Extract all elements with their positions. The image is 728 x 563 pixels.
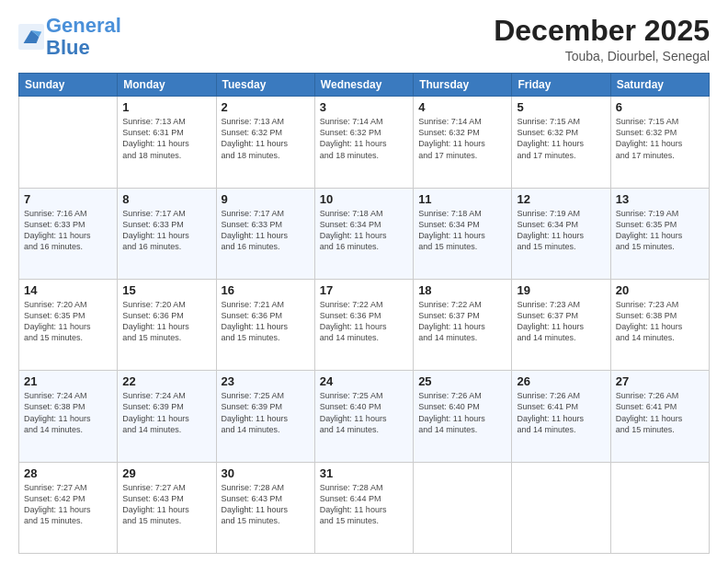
day-number: 4	[418, 100, 506, 114]
table-row: 7Sunrise: 7:16 AM Sunset: 6:33 PM Daylig…	[19, 188, 118, 279]
day-number: 28	[24, 466, 112, 480]
table-row: 14Sunrise: 7:20 AM Sunset: 6:35 PM Dayli…	[19, 279, 118, 370]
col-friday: Friday	[512, 74, 610, 97]
day-info: Sunrise: 7:18 AM Sunset: 6:34 PM Dayligh…	[320, 208, 408, 253]
day-info: Sunrise: 7:17 AM Sunset: 6:33 PM Dayligh…	[222, 208, 310, 253]
table-row: 28Sunrise: 7:27 AM Sunset: 6:42 PM Dayli…	[19, 462, 118, 553]
day-number: 6	[616, 100, 704, 114]
day-info: Sunrise: 7:27 AM Sunset: 6:42 PM Dayligh…	[24, 482, 112, 527]
calendar-week-row: 14Sunrise: 7:20 AM Sunset: 6:35 PM Dayli…	[19, 279, 710, 370]
day-number: 8	[122, 192, 210, 206]
table-row	[19, 97, 118, 188]
table-row: 8Sunrise: 7:17 AM Sunset: 6:33 PM Daylig…	[118, 188, 216, 279]
table-row: 5Sunrise: 7:15 AM Sunset: 6:32 PM Daylig…	[512, 97, 610, 188]
day-number: 15	[122, 283, 210, 297]
table-row: 10Sunrise: 7:18 AM Sunset: 6:34 PM Dayli…	[314, 188, 413, 279]
day-number: 29	[122, 466, 210, 480]
calendar-table: Sunday Monday Tuesday Wednesday Thursday…	[18, 73, 710, 554]
day-info: Sunrise: 7:18 AM Sunset: 6:34 PM Dayligh…	[418, 208, 506, 253]
calendar-week-row: 7Sunrise: 7:16 AM Sunset: 6:33 PM Daylig…	[19, 188, 710, 279]
day-number: 19	[517, 283, 605, 297]
table-row: 15Sunrise: 7:20 AM Sunset: 6:36 PM Dayli…	[118, 279, 216, 370]
calendar-subtitle: Touba, Diourbel, Senegal	[494, 49, 710, 63]
day-number: 24	[320, 374, 408, 388]
logo: General Blue	[18, 15, 121, 59]
day-number: 11	[418, 192, 506, 206]
col-wednesday: Wednesday	[314, 74, 413, 97]
day-number: 18	[418, 283, 506, 297]
day-info: Sunrise: 7:23 AM Sunset: 6:37 PM Dayligh…	[517, 299, 605, 344]
table-row: 3Sunrise: 7:14 AM Sunset: 6:32 PM Daylig…	[314, 97, 413, 188]
table-row: 22Sunrise: 7:24 AM Sunset: 6:39 PM Dayli…	[118, 371, 216, 462]
day-info: Sunrise: 7:13 AM Sunset: 6:32 PM Dayligh…	[222, 116, 310, 161]
page: General Blue December 2025 Touba, Diourb…	[0, 0, 728, 563]
day-info: Sunrise: 7:15 AM Sunset: 6:32 PM Dayligh…	[616, 116, 704, 161]
day-info: Sunrise: 7:26 AM Sunset: 6:41 PM Dayligh…	[616, 390, 704, 435]
day-number: 13	[616, 192, 704, 206]
day-info: Sunrise: 7:16 AM Sunset: 6:33 PM Dayligh…	[24, 208, 112, 253]
day-info: Sunrise: 7:19 AM Sunset: 6:35 PM Dayligh…	[616, 208, 704, 253]
header-row: Sunday Monday Tuesday Wednesday Thursday…	[19, 74, 710, 97]
calendar-week-row: 28Sunrise: 7:27 AM Sunset: 6:42 PM Dayli…	[19, 462, 710, 553]
day-info: Sunrise: 7:20 AM Sunset: 6:36 PM Dayligh…	[122, 299, 210, 344]
day-number: 30	[222, 466, 310, 480]
title-block: December 2025 Touba, Diourbel, Senegal	[494, 15, 710, 63]
table-row: 6Sunrise: 7:15 AM Sunset: 6:32 PM Daylig…	[610, 97, 709, 188]
day-number: 25	[418, 374, 506, 388]
table-row: 16Sunrise: 7:21 AM Sunset: 6:36 PM Dayli…	[216, 279, 314, 370]
day-info: Sunrise: 7:17 AM Sunset: 6:33 PM Dayligh…	[122, 208, 210, 253]
day-info: Sunrise: 7:13 AM Sunset: 6:31 PM Dayligh…	[122, 116, 210, 161]
col-tuesday: Tuesday	[216, 74, 314, 97]
table-row	[414, 462, 512, 553]
table-row	[512, 462, 610, 553]
day-info: Sunrise: 7:25 AM Sunset: 6:40 PM Dayligh…	[320, 390, 408, 435]
day-number: 31	[320, 466, 408, 480]
table-row: 30Sunrise: 7:28 AM Sunset: 6:43 PM Dayli…	[216, 462, 314, 553]
day-number: 3	[320, 100, 408, 114]
calendar-week-row: 1Sunrise: 7:13 AM Sunset: 6:31 PM Daylig…	[19, 97, 710, 188]
col-sunday: Sunday	[19, 74, 118, 97]
day-info: Sunrise: 7:20 AM Sunset: 6:35 PM Dayligh…	[24, 299, 112, 344]
logo-line1: General	[46, 14, 121, 37]
table-row: 21Sunrise: 7:24 AM Sunset: 6:38 PM Dayli…	[19, 371, 118, 462]
day-info: Sunrise: 7:26 AM Sunset: 6:40 PM Dayligh…	[418, 390, 506, 435]
table-row: 1Sunrise: 7:13 AM Sunset: 6:31 PM Daylig…	[118, 97, 216, 188]
day-number: 21	[24, 374, 112, 388]
day-info: Sunrise: 7:15 AM Sunset: 6:32 PM Dayligh…	[517, 116, 605, 161]
day-number: 9	[222, 192, 310, 206]
day-number: 10	[320, 192, 408, 206]
day-number: 17	[320, 283, 408, 297]
day-info: Sunrise: 7:21 AM Sunset: 6:36 PM Dayligh…	[222, 299, 310, 344]
header: General Blue December 2025 Touba, Diourb…	[18, 15, 710, 63]
day-info: Sunrise: 7:22 AM Sunset: 6:37 PM Dayligh…	[418, 299, 506, 344]
table-row: 9Sunrise: 7:17 AM Sunset: 6:33 PM Daylig…	[216, 188, 314, 279]
table-row: 26Sunrise: 7:26 AM Sunset: 6:41 PM Dayli…	[512, 371, 610, 462]
col-thursday: Thursday	[414, 74, 512, 97]
generalblue-icon	[18, 24, 44, 50]
day-number: 27	[616, 374, 704, 388]
table-row: 17Sunrise: 7:22 AM Sunset: 6:36 PM Dayli…	[314, 279, 413, 370]
logo-line2: Blue	[46, 36, 90, 59]
day-number: 22	[122, 374, 210, 388]
day-number: 7	[24, 192, 112, 206]
day-number: 16	[222, 283, 310, 297]
table-row: 12Sunrise: 7:19 AM Sunset: 6:34 PM Dayli…	[512, 188, 610, 279]
day-number: 20	[616, 283, 704, 297]
day-number: 2	[222, 100, 310, 114]
table-row: 23Sunrise: 7:25 AM Sunset: 6:39 PM Dayli…	[216, 371, 314, 462]
table-row: 2Sunrise: 7:13 AM Sunset: 6:32 PM Daylig…	[216, 97, 314, 188]
day-info: Sunrise: 7:28 AM Sunset: 6:43 PM Dayligh…	[222, 482, 310, 527]
day-info: Sunrise: 7:25 AM Sunset: 6:39 PM Dayligh…	[222, 390, 310, 435]
table-row: 18Sunrise: 7:22 AM Sunset: 6:37 PM Dayli…	[414, 279, 512, 370]
table-row: 20Sunrise: 7:23 AM Sunset: 6:38 PM Dayli…	[610, 279, 709, 370]
day-info: Sunrise: 7:23 AM Sunset: 6:38 PM Dayligh…	[616, 299, 704, 344]
day-info: Sunrise: 7:14 AM Sunset: 6:32 PM Dayligh…	[320, 116, 408, 161]
table-row: 11Sunrise: 7:18 AM Sunset: 6:34 PM Dayli…	[414, 188, 512, 279]
day-info: Sunrise: 7:19 AM Sunset: 6:34 PM Dayligh…	[517, 208, 605, 253]
day-number: 5	[517, 100, 605, 114]
day-number: 14	[24, 283, 112, 297]
day-info: Sunrise: 7:14 AM Sunset: 6:32 PM Dayligh…	[418, 116, 506, 161]
day-info: Sunrise: 7:27 AM Sunset: 6:43 PM Dayligh…	[122, 482, 210, 527]
calendar-title: December 2025	[494, 15, 710, 47]
calendar-week-row: 21Sunrise: 7:24 AM Sunset: 6:38 PM Dayli…	[19, 371, 710, 462]
